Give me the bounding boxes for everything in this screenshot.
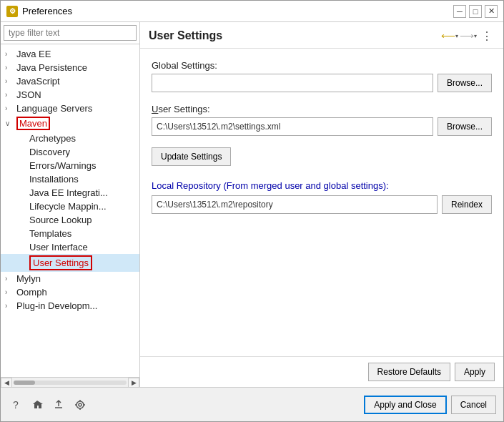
maximize-button[interactable]: □ bbox=[469, 5, 482, 18]
content-title: User Settings bbox=[149, 29, 442, 42]
sidebar-item-java-ee-integration[interactable]: Java EE Integrati... bbox=[1, 186, 139, 200]
apply-and-close-button[interactable]: Apply and Close bbox=[364, 396, 446, 414]
expand-arrow: › bbox=[5, 288, 14, 296]
target-icon[interactable] bbox=[72, 397, 88, 413]
scroll-left-arrow[interactable]: ◀ bbox=[1, 378, 12, 388]
sidebar-item-java-ee[interactable]: › Java EE bbox=[1, 47, 139, 61]
sidebar-item-errors-warnings[interactable]: Errors/Warnings bbox=[1, 159, 139, 172]
sidebar-item-label: Oomph bbox=[16, 287, 47, 298]
sidebar-item-oomph[interactable]: › Oomph bbox=[1, 285, 139, 299]
sidebar-item-maven[interactable]: ∨ Maven bbox=[1, 115, 139, 132]
sidebar-item-installations[interactable]: Installations bbox=[1, 172, 139, 186]
sidebar-item-label: Java EE Integrati... bbox=[29, 187, 108, 198]
expand-arrow: › bbox=[5, 302, 14, 310]
sidebar-item-label: Discovery bbox=[29, 147, 70, 157]
expand-arrow: › bbox=[5, 275, 14, 283]
content-footer: Restore Defaults Apply bbox=[140, 356, 503, 387]
local-repo-section: Local Repository (From merged user and g… bbox=[152, 180, 492, 214]
search-input[interactable] bbox=[4, 25, 137, 41]
user-settings-section: User Settings: Browse... bbox=[152, 104, 492, 136]
restore-defaults-button[interactable]: Restore Defaults bbox=[368, 363, 450, 381]
sidebar-item-label: Maven bbox=[16, 117, 50, 130]
expand-arrow: ∨ bbox=[5, 119, 14, 127]
svg-point-1 bbox=[79, 403, 81, 406]
sidebar-item-label: User Interface bbox=[29, 242, 88, 252]
sidebar-item-mylyn[interactable]: › Mylyn bbox=[1, 272, 139, 285]
close-button[interactable]: ✕ bbox=[485, 5, 498, 18]
svg-point-0 bbox=[76, 401, 84, 408]
sidebar-item-lifecycle-mapping[interactable]: Lifecycle Mappin... bbox=[1, 200, 139, 213]
scroll-right-arrow[interactable]: ▶ bbox=[128, 378, 139, 388]
tree: › Java EE › Java Persistence › JavaScrip… bbox=[1, 44, 139, 377]
global-settings-label: Global Settings: bbox=[152, 60, 492, 71]
forward-button[interactable]: ⟶▾ bbox=[460, 28, 476, 44]
sidebar-item-plug-in-development[interactable]: › Plug-in Developm... bbox=[1, 299, 139, 313]
content-body: Global Settings: Browse... User Settings… bbox=[140, 49, 503, 356]
sidebar-hscroll[interactable]: ◀ ▶ bbox=[1, 377, 139, 387]
global-settings-row: Browse... bbox=[152, 74, 492, 92]
sidebar-item-label: Source Lookup bbox=[29, 215, 92, 225]
expand-arrow: › bbox=[5, 64, 14, 72]
global-settings-browse-button[interactable]: Browse... bbox=[438, 74, 492, 92]
scroll-thumb bbox=[14, 381, 35, 385]
search-box bbox=[1, 22, 139, 44]
expand-arrow: › bbox=[5, 104, 14, 112]
local-repo-label: Local Repository (From merged user and g… bbox=[152, 180, 492, 191]
sidebar-item-label: JavaScript bbox=[16, 76, 60, 87]
expand-arrow: › bbox=[5, 91, 14, 99]
global-settings-section: Global Settings: Browse... bbox=[152, 60, 492, 92]
titlebar-title: Preferences bbox=[22, 6, 453, 16]
help-icon[interactable]: ? bbox=[8, 397, 24, 413]
sidebar-item-java-persistence[interactable]: › Java Persistence bbox=[1, 61, 139, 74]
export-icon[interactable] bbox=[51, 397, 66, 413]
menu-button[interactable]: ⋮ bbox=[479, 28, 495, 44]
dialog-icon: ⚙ bbox=[6, 6, 18, 17]
global-settings-input[interactable] bbox=[152, 74, 433, 92]
titlebar: ⚙ Preferences ─ □ ✕ bbox=[1, 1, 503, 22]
sidebar-item-templates[interactable]: Templates bbox=[1, 227, 139, 240]
sidebar-item-label: Language Servers bbox=[16, 103, 92, 114]
bottom-bar: ? Apply and Close Cancel bbox=[1, 387, 503, 421]
sidebar-item-label: Templates bbox=[29, 228, 71, 239]
home-icon[interactable] bbox=[29, 397, 45, 413]
preferences-dialog: ⚙ Preferences ─ □ ✕ › Java EE › Java Per… bbox=[0, 0, 504, 422]
user-settings-browse-button[interactable]: Browse... bbox=[438, 117, 492, 136]
sidebar-item-label: Java Persistence bbox=[16, 62, 87, 73]
user-settings-row: Browse... bbox=[152, 117, 492, 136]
sidebar-item-language-servers[interactable]: › Language Servers bbox=[1, 102, 139, 115]
apply-button[interactable]: Apply bbox=[455, 363, 495, 381]
sidebar-item-label: Java EE bbox=[16, 49, 51, 59]
sidebar-item-source-lookup[interactable]: Source Lookup bbox=[1, 213, 139, 227]
sidebar-item-label: Archetypes bbox=[29, 133, 76, 144]
expand-arrow: › bbox=[5, 77, 14, 85]
sidebar-item-javascript[interactable]: › JavaScript bbox=[1, 74, 139, 88]
update-settings-button[interactable]: Update Settings bbox=[152, 147, 231, 166]
sidebar-item-label: User Settings bbox=[29, 255, 92, 270]
content-header: User Settings ⟵▾ ⟶▾ ⋮ bbox=[140, 22, 503, 49]
sidebar-item-label: JSON bbox=[16, 89, 41, 100]
back-button[interactable]: ⟵▾ bbox=[442, 28, 458, 44]
sidebar-item-json[interactable]: › JSON bbox=[1, 88, 139, 102]
sidebar-item-label: Mylyn bbox=[16, 273, 41, 284]
local-repo-input[interactable] bbox=[152, 195, 438, 214]
user-settings-label: User Settings: bbox=[152, 104, 492, 114]
sidebar: › Java EE › Java Persistence › JavaScrip… bbox=[1, 22, 140, 387]
sidebar-item-label: Installations bbox=[29, 174, 79, 185]
header-icons: ⟵▾ ⟶▾ ⋮ bbox=[442, 28, 495, 44]
sidebar-item-user-settings[interactable]: User Settings bbox=[1, 254, 139, 272]
user-settings-input[interactable] bbox=[152, 117, 433, 136]
sidebar-item-archetypes[interactable]: Archetypes bbox=[1, 132, 139, 145]
scroll-track bbox=[14, 381, 127, 385]
sidebar-item-discovery[interactable]: Discovery bbox=[1, 145, 139, 159]
sidebar-item-user-interface[interactable]: User Interface bbox=[1, 240, 139, 254]
titlebar-buttons: ─ □ ✕ bbox=[453, 5, 498, 18]
expand-arrow: › bbox=[5, 50, 14, 58]
local-repo-row: Reindex bbox=[152, 195, 492, 214]
bottom-icons: ? bbox=[8, 397, 364, 413]
reindex-button[interactable]: Reindex bbox=[442, 195, 492, 214]
main-area: › Java EE › Java Persistence › JavaScrip… bbox=[1, 22, 503, 387]
sidebar-item-label: Errors/Warnings bbox=[29, 160, 96, 171]
minimize-button[interactable]: ─ bbox=[453, 5, 466, 18]
cancel-button[interactable]: Cancel bbox=[451, 396, 496, 414]
sidebar-item-label: Plug-in Developm... bbox=[16, 300, 97, 311]
